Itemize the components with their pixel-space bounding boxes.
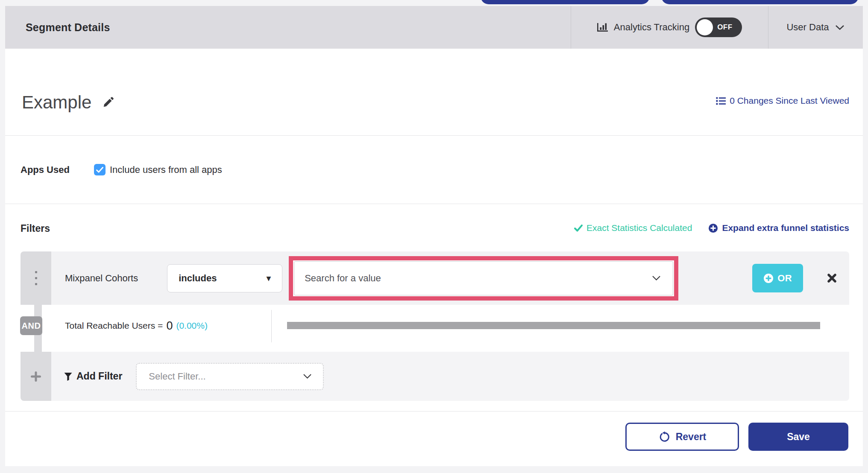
operator-select[interactable]: includes ▼ [167,264,282,292]
operator-value: includes [179,273,217,284]
chevron-down-icon [652,275,661,281]
plus-circle-icon [763,273,774,283]
list-icon [716,97,726,105]
save-button[interactable]: Save [748,423,848,451]
drag-handle[interactable] [21,251,51,305]
funnel-icon [64,372,72,381]
add-filter-body: Add Filter Select Filter... [51,352,849,401]
expand-funnel-statistics-label: Expand extra funnel statistics [722,223,849,233]
add-filter-grip-cell[interactable] [21,352,51,401]
panel-header: Segment Details Analytics Tracking OFF [5,6,863,49]
revert-button-label: Revert [676,431,707,443]
changes-since-last-viewed-link[interactable]: 0 Changes Since Last Viewed [716,96,849,106]
grip-dot [35,283,37,285]
top-cutoff-button-1[interactable] [481,0,650,4]
include-all-apps-label: Include users from all apps [110,164,222,175]
changes-link-label: 0 Changes Since Last Viewed [730,96,849,106]
segment-name: Example [22,91,91,114]
user-data-dropdown[interactable]: User Data [768,6,863,49]
segment-name-row: Example [22,91,115,114]
plus-circle-icon [708,223,718,233]
and-badge: AND [20,316,42,335]
check-icon [574,225,583,232]
toggle-state-label: OFF [717,18,733,37]
highlight-box: Search for a value [289,256,678,301]
or-button-label: OR [777,273,792,284]
filter-row: Mixpanel Cohorts includes ▼ Search for a… [21,251,849,305]
analytics-tracking-control: Analytics Tracking OFF [571,6,768,49]
title-section: Example Tags [5,49,863,136]
exact-statistics-label: Exact Statistics Calculated [586,223,692,233]
reachable-users-value: 0 [166,319,173,333]
segment-details-panel: Segment Details Analytics Tracking OFF [5,6,863,466]
apps-used-section: Apps Used Include users from all apps [5,136,863,204]
value-search-select[interactable]: Search for a value [294,261,673,295]
save-button-label: Save [787,431,810,443]
value-search-placeholder: Search for a value [305,273,381,284]
filters-status-links: Exact Statistics Calculated Expand extra… [574,223,849,233]
plus-icon [31,371,41,382]
close-icon [826,272,838,284]
user-data-label: User Data [786,22,829,33]
vertical-divider [271,310,272,342]
checkmark-icon [96,167,103,173]
add-filter-label: Add Filter [76,371,122,382]
filters-section: Filters Exact Statistics Calculated [5,204,863,412]
chevron-down-icon [303,374,312,379]
caret-down-icon: ▼ [266,275,271,281]
exact-statistics-status: Exact Statistics Calculated [574,223,692,233]
add-filter-label-group: Add Filter [64,371,122,382]
analytics-tracking-label: Analytics Tracking [614,22,689,33]
segment-details-page: Segment Details Analytics Tracking OFF [0,0,868,473]
bar-chart-icon [597,22,608,32]
footer-actions: Revert Save [5,412,863,466]
edit-name-button[interactable] [101,95,115,110]
filters-heading: Filters [21,223,50,234]
revert-button[interactable]: Revert [625,423,739,451]
reachable-users-percent: (0.00%) [176,321,208,331]
reachable-users-label: Total Reachable Users = [65,321,163,331]
remove-filter-button[interactable] [825,272,838,285]
select-filter-dropdown[interactable]: Select Filter... [136,363,324,390]
revert-icon [658,431,670,443]
select-filter-placeholder: Select Filter... [149,371,205,382]
grip-dot [35,277,37,279]
grip-dot [35,271,37,273]
analytics-tracking-toggle[interactable]: OFF [695,18,742,37]
chevron-down-icon [835,25,845,30]
pencil-icon [101,96,115,109]
reachable-users-bar [287,322,820,329]
filter-name: Mixpanel Cohorts [65,273,138,284]
add-filter-row: Add Filter Select Filter... [21,352,849,401]
total-reachable-users: Total Reachable Users = 0 (0.00%) [65,313,208,338]
toggle-knob [697,19,713,35]
top-cutoff-button-2[interactable] [661,0,859,4]
add-or-condition-button[interactable]: OR [752,264,803,292]
filter-row-body: Mixpanel Cohorts includes ▼ Search for a… [51,251,849,305]
expand-funnel-statistics-link[interactable]: Expand extra funnel statistics [708,223,849,233]
include-all-apps-checkbox[interactable] [94,164,106,175]
panel-title: Segment Details [26,6,110,49]
apps-used-label: Apps Used [21,164,70,175]
